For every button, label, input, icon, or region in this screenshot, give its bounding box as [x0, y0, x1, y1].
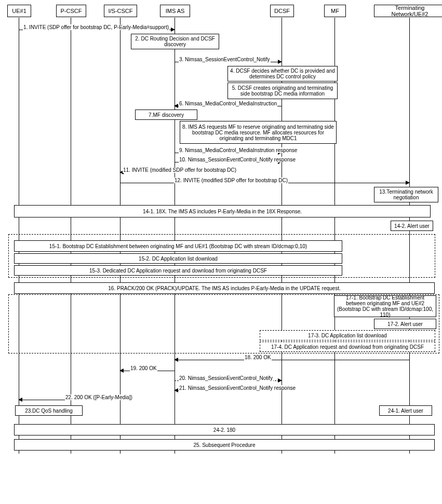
note-7: 17-1. Bootstrap DC Establishment between…: [334, 295, 436, 317]
note-1: 4. DCSF decides whether DC is provided a…: [227, 66, 338, 81]
note-5: 13.Terminating network negotiation: [374, 187, 438, 202]
message-label-7: 18. 200 OK: [244, 355, 272, 360]
participant-iscscf: I/S-CSCF: [104, 5, 137, 17]
span-4: 16. PRACK/200 OK (PRACK)/UPDATE. The IMS…: [14, 282, 435, 294]
note-2: 5. DCSF creates originating and terminat…: [227, 83, 338, 99]
participant-imsas: IMS AS: [160, 5, 190, 17]
span-0: 14-1. 18X. The IMS AS includes P-Early-M…: [14, 205, 431, 217]
span-3: 15-3. Dedicated DC Application request a…: [14, 265, 342, 276]
participant-mf: MF: [324, 5, 346, 17]
note-4: 8. IMS AS requests MF to reserve origina…: [180, 121, 337, 144]
span-6: 17-4. DC Application request and downloa…: [260, 342, 435, 352]
note-9: 23.DC QoS handling: [15, 405, 83, 416]
message-label-6: 12. INVITE (modified SDP offer for boots…: [174, 178, 288, 183]
message-label-0: 1. INVITE (SDP offer for bootstrap DC, P…: [23, 24, 169, 30]
message-label-8: 19. 200 OK: [130, 365, 157, 371]
participant-pcscf: P-CSCF: [56, 5, 86, 17]
span-1: 15-1. Bootstrap DC Establishment between…: [14, 240, 342, 252]
message-label-3: 9. Nimsas_MediaControl_MediaInstrution r…: [179, 147, 298, 153]
participant-term: Terminating Network/UE#2: [374, 5, 442, 17]
message-label-10: 21. Nimsas_SessionEventControl_Notify re…: [179, 385, 296, 391]
note-10: 24-1. Alert user: [379, 405, 432, 416]
note-3: 7.MF discovery: [135, 110, 197, 120]
participant-ue1: UE#1: [7, 5, 31, 17]
message-label-11: 22. 200 OK ([P-Early-Media]): [65, 394, 133, 400]
note-0: 2. DC Routing Decision and DCSF discover…: [131, 34, 219, 49]
message-label-5: 11. INVITE (modified SDP offer for boots…: [123, 167, 237, 173]
span-7: 24-2. 180: [14, 424, 435, 435]
span-2: 15-2. DC Application list download: [14, 253, 342, 264]
span-5: 17-3. DC Application list download: [260, 330, 435, 340]
message-label-4: 10. Nimsas_SessionEventControl_Notify re…: [179, 157, 296, 162]
note-8: 17-2. Alert user: [374, 319, 436, 329]
message-7: [175, 360, 409, 360]
participant-dcsf: DCSF: [270, 5, 294, 17]
message-label-1: 3. Nimsas_SessionEventControl_Notify: [179, 57, 271, 62]
span-8: 25. Subsequent Procedure: [14, 439, 435, 451]
message-label-9: 20. Nimsas_SessionEventControl_Notify: [179, 375, 273, 381]
note-6: 14-2. Alert user: [391, 221, 433, 231]
message-label-2: 6. Nimsas_MediaControl_MediaInstruction: [179, 101, 277, 106]
